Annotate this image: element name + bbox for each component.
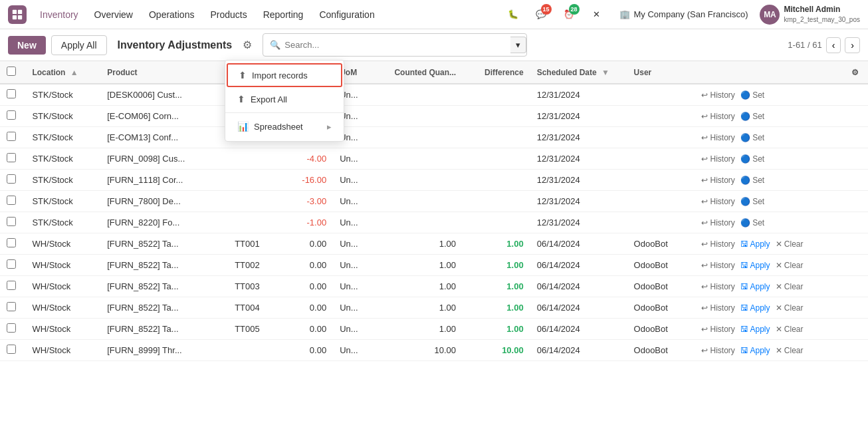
row-checkbox[interactable] [7,174,16,184]
nav-item-operations[interactable]: Operations [142,5,201,24]
import-records-item[interactable]: ⬆ Import records [227,63,342,87]
cell-user [627,84,695,106]
history-link[interactable]: ↩ History [701,133,735,142]
apply-link[interactable]: 🖫 Apply [740,282,770,291]
history-link[interactable]: ↩ History [701,325,735,334]
history-link[interactable]: ↩ History [701,303,735,313]
history-link[interactable]: ↩ History [701,218,735,227]
search-input[interactable] [284,40,506,50]
history-link[interactable]: ↩ History [701,90,735,100]
history-link[interactable]: ↩ History [701,112,735,121]
history-link[interactable]: ↩ History [701,239,735,249]
cell-quantity: 0.00 [280,340,333,361]
clear-link[interactable]: ✕ Clear [776,239,804,249]
set-link[interactable]: 🔵 Set [740,197,764,206]
history-link[interactable]: ↩ History [701,346,735,355]
timer-icon-btn[interactable]: ⏰ 28 [558,4,580,25]
apply-link[interactable]: 🖫 Apply [740,346,770,355]
cell-product: [FURN_7800] De... [100,191,228,212]
cell-difference: 10.00 [463,340,530,361]
apply-link[interactable]: 🖫 Apply [740,239,770,249]
row-checkbox[interactable] [7,196,16,205]
set-link[interactable]: 🔵 Set [740,176,764,185]
nav-item-inventory[interactable]: Inventory [33,5,85,24]
select-all-checkbox[interactable] [7,67,16,76]
set-link[interactable]: 🔵 Set [740,133,764,142]
nav-item-products[interactable]: Products [203,5,253,24]
apply-link[interactable]: 🖫 Apply [740,303,770,313]
col-header-date[interactable]: Scheduled Date ▼ [530,61,627,84]
table-row: STK/Stock [E-COM06] Corn... -22.00 Un...… [0,106,868,127]
spreadsheet-item[interactable]: 📊 Spreadsheet ▸ [225,114,344,138]
clear-link[interactable]: ✕ Clear [776,261,804,270]
col-header-counted[interactable]: Counted Quan... [378,61,463,84]
set-link[interactable]: 🔵 Set [740,218,764,227]
row-checkbox[interactable] [7,153,16,162]
cell-lot [228,191,280,212]
column-settings-icon[interactable]: ⚙ [851,68,859,77]
nav-item-overview[interactable]: Overview [88,5,140,24]
set-link[interactable]: 🔵 Set [740,90,764,100]
cell-date: 12/31/2024 [530,170,627,191]
row-checkbox[interactable] [7,302,16,311]
col-header-location[interactable]: Location ▲ [25,61,100,84]
cell-uom: Un... [333,319,378,340]
user-menu[interactable]: MA Mitchell Admin kmp_2_test_may_30_pos [760,5,860,25]
set-link[interactable]: 🔵 Set [740,112,764,121]
history-link[interactable]: ↩ History [701,282,735,291]
svg-rect-0 [13,9,17,13]
new-button[interactable]: New [8,36,46,55]
cell-lot: TT005 [228,319,280,340]
apply-link[interactable]: 🖫 Apply [740,325,770,334]
clear-link[interactable]: ✕ Clear [776,282,804,291]
table-row: WH/Stock [FURN_8522] Ta... TT005 0.00 Un… [0,319,868,340]
cell-product: [FURN_8522] Ta... [100,297,228,319]
close-icon-btn[interactable]: ✕ [586,4,607,25]
history-link[interactable]: ↩ History [701,176,735,185]
nav-item-reporting[interactable]: Reporting [257,5,310,24]
apply-link[interactable]: 🖫 Apply [740,261,770,270]
history-link[interactable]: ↩ History [701,197,735,206]
cell-counted: 1.00 [378,255,463,276]
svg-rect-1 [18,9,22,13]
row-checkbox[interactable] [7,217,16,226]
cell-quantity: -1.00 [280,212,333,233]
table-row: WH/Stock [FURN_8999] Thr... 0.00 Un... 1… [0,340,868,361]
export-all-item[interactable]: ⬆ Export All [225,87,344,111]
cell-quantity: 0.00 [280,276,333,297]
row-checkbox[interactable] [7,132,16,141]
row-checkbox[interactable] [7,89,16,98]
clear-link[interactable]: ✕ Clear [776,303,804,313]
search-dropdown-arrow[interactable]: ▾ [510,37,526,53]
set-link[interactable]: 🔵 Set [740,154,764,164]
prev-page-button[interactable]: ‹ [826,37,841,53]
row-checkbox[interactable] [7,345,16,354]
cell-product: [FURN_8522] Ta... [100,255,228,276]
row-checkbox[interactable] [7,259,16,269]
row-checkbox[interactable] [7,110,16,120]
company-selector[interactable]: 🏢 My Company (San Francisco) [614,7,754,22]
col-header-product[interactable]: Product [100,61,228,84]
history-link[interactable]: ↩ History [701,154,735,164]
col-header-user[interactable]: User [627,61,695,84]
cell-product: [FURN_8522] Ta... [100,319,228,340]
settings-icon[interactable]: ⚙ [243,39,252,51]
search-icon: 🔍 [270,40,280,50]
apply-all-button[interactable]: Apply All [51,35,107,55]
clear-link[interactable]: ✕ Clear [776,346,804,355]
history-link[interactable]: ↩ History [701,261,735,270]
row-checkbox[interactable] [7,238,16,247]
cell-product: [E-COM06] Corn... [100,106,228,127]
row-checkbox[interactable] [7,323,16,333]
cell-user [627,127,695,148]
clear-link[interactable]: ✕ Clear [776,325,804,334]
cell-quantity: 0.00 [280,319,333,340]
bug-icon-btn[interactable]: 🐛 [502,4,524,25]
cell-uom: Un... [333,233,378,255]
chat-icon-btn[interactable]: 💬 15 [530,4,552,25]
nav-item-configuration[interactable]: Configuration [312,5,381,24]
close-icon: ✕ [593,9,600,19]
next-page-button[interactable]: › [845,37,860,53]
row-checkbox[interactable] [7,281,16,290]
col-header-difference[interactable]: Difference [463,61,530,84]
